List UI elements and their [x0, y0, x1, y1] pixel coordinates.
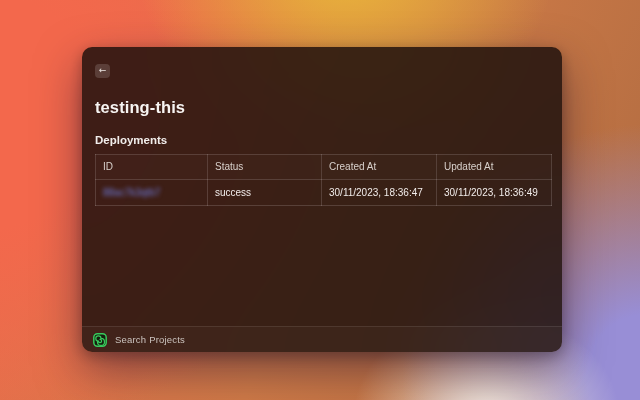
table-row[interactable]: 88ac7k3qtb7 success 30/11/2023, 18:36:47… — [96, 179, 552, 205]
column-header-updated-at: Updated At — [437, 154, 552, 179]
back-button[interactable]: ← — [95, 64, 110, 78]
arrow-left-icon: ← — [99, 66, 107, 75]
column-header-status: Status — [208, 154, 322, 179]
desktop-background: ← testing-this Deployments ID Status Cre… — [0, 0, 640, 400]
deployment-id-link[interactable]: 88ac7k3qtb7 — [103, 187, 160, 198]
column-header-created-at: Created At — [322, 154, 437, 179]
page-title: testing-this — [95, 98, 549, 117]
deployment-id-cell: 88ac7k3qtb7 — [96, 179, 208, 205]
app-window: ← testing-this Deployments ID Status Cre… — [82, 47, 562, 352]
deployments-table: ID Status Created At Updated At 88ac7k3q… — [95, 154, 552, 206]
footer-label: Search Projects — [115, 334, 185, 345]
table-header-row: ID Status Created At Updated At — [96, 154, 552, 179]
app-logo-icon — [93, 333, 107, 347]
footer-search-projects[interactable]: Search Projects — [82, 326, 562, 352]
section-title: Deployments — [95, 134, 549, 146]
deployment-status: success — [208, 179, 322, 205]
column-header-id: ID — [96, 154, 208, 179]
deployment-updated-at: 30/11/2023, 18:36:49 — [437, 179, 552, 205]
deployment-created-at: 30/11/2023, 18:36:47 — [322, 179, 437, 205]
